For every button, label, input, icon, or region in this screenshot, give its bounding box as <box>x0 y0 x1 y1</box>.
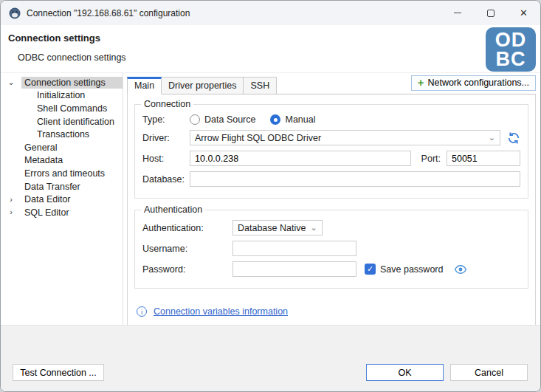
chevron-down-icon: ⌄ <box>489 134 495 142</box>
main-tab-content: Connection Type: Data SourceManual Drive… <box>127 94 536 351</box>
eye-icon <box>454 264 467 275</box>
window-controls: ✕ <box>441 1 540 25</box>
connection-configuration-dialog: Connection "192.168.68.61" configuration… <box>0 0 541 392</box>
app-icon <box>9 7 21 19</box>
reload-drivers-button[interactable] <box>507 131 520 145</box>
tab-main[interactable]: Main <box>127 77 162 94</box>
port-label: Port: <box>421 154 441 164</box>
connection-variables-row: i Connection variables information <box>137 306 528 317</box>
settings-tree: ⌄Connection settingsInitializationShell … <box>1 73 123 325</box>
dialog-header: Connection settings ODBC connection sett… <box>1 25 540 73</box>
sidebar-item-label: General <box>21 142 60 154</box>
network-configurations-label: Network configurations... <box>427 78 529 88</box>
sidebar-item-initialization[interactable]: Initialization <box>1 89 123 103</box>
sidebar-item-transactions[interactable]: Transactions <box>1 128 123 141</box>
sidebar-item-connection-settings[interactable]: ⌄Connection settings <box>1 76 123 89</box>
sidebar-item-label: Errors and timeouts <box>21 168 108 179</box>
show-password-button[interactable] <box>454 264 467 275</box>
tab-ssh[interactable]: SSH <box>243 77 277 94</box>
host-row: Host: Port: <box>142 151 520 166</box>
password-row: Password: ✓ Save password <box>142 261 520 277</box>
username-input[interactable] <box>232 241 356 256</box>
driver-row: Driver: Arrow Flight SQL ODBC Driver ⌄ <box>142 130 520 145</box>
maximize-icon <box>487 10 495 17</box>
password-label: Password: <box>142 264 232 275</box>
sidebar-item-label: Metadata <box>21 154 66 166</box>
odbc-logo: OD BC <box>486 27 536 72</box>
minimize-icon <box>454 13 461 13</box>
sidebar-item-label: Data Transfer <box>21 181 83 193</box>
minimize-button[interactable] <box>441 1 474 25</box>
authentication-group: Authentication Authentication: Database … <box>134 204 528 289</box>
sidebar-item-general[interactable]: General <box>1 141 123 154</box>
driver-select-value: Arrow Flight SQL ODBC Driver <box>195 133 484 143</box>
password-input[interactable] <box>232 261 356 277</box>
database-input[interactable] <box>190 171 520 187</box>
refresh-icon <box>507 131 520 145</box>
radio-icon <box>190 114 200 125</box>
save-password-label: Save password <box>380 264 443 275</box>
radio-label: Manual <box>285 114 315 125</box>
odbc-logo-line1: OD <box>486 30 536 49</box>
driver-label: Driver: <box>142 133 190 143</box>
info-icon: i <box>137 306 147 317</box>
window-title: Connection "192.168.68.61" configuration <box>27 8 190 18</box>
cancel-button[interactable]: Cancel <box>450 364 528 381</box>
main-panel: MainDriver propertiesSSH + Network confi… <box>123 73 540 325</box>
radio-icon <box>270 114 280 125</box>
authentication-select[interactable]: Database Native ⌄ <box>232 220 323 235</box>
titlebar: Connection "192.168.68.61" configuration… <box>1 1 540 25</box>
chevron-down-icon[interactable]: ⌄ <box>1 78 21 86</box>
type-option-manual[interactable]: Manual <box>270 114 315 125</box>
type-row: Type: Data SourceManual <box>142 114 520 125</box>
type-label: Type: <box>142 114 190 125</box>
authentication-group-legend: Authentication <box>141 204 205 215</box>
sidebar-item-label: Connection settings <box>21 77 123 89</box>
save-password-checkbox[interactable]: ✓ <box>365 264 376 275</box>
sidebar-item-label: Transactions <box>34 128 92 140</box>
radio-label: Data Source <box>204 114 255 125</box>
username-label: Username: <box>142 244 232 254</box>
dialog-body: ⌄Connection settingsInitializationShell … <box>1 73 540 325</box>
username-row: Username: <box>142 241 520 256</box>
sidebar-item-data-transfer[interactable]: Data Transfer <box>1 180 123 193</box>
sidebar-item-label: Initialization <box>34 89 88 101</box>
close-icon: ✕ <box>520 8 528 18</box>
host-input[interactable] <box>190 151 411 166</box>
sidebar-item-errors-and-timeouts[interactable]: Errors and timeouts <box>1 167 123 180</box>
sidebar-item-label: Data Editor <box>21 193 74 205</box>
maximize-button[interactable] <box>474 1 507 25</box>
port-input[interactable] <box>447 151 520 166</box>
authentication-label: Authentication: <box>142 223 232 233</box>
dialog-footer: Test Connection ... OK Cancel <box>1 325 540 391</box>
authentication-row: Authentication: Database Native ⌄ <box>142 220 520 235</box>
sidebar-item-metadata[interactable]: Metadata <box>1 154 123 168</box>
tab-driver-properties[interactable]: Driver properties <box>161 77 244 94</box>
sidebar-item-label: Shell Commands <box>34 103 110 114</box>
page-subtitle: ODBC connection settings <box>18 52 540 63</box>
sidebar-item-shell-commands[interactable]: Shell Commands <box>1 102 123 115</box>
sidebar-item-sql-editor[interactable]: ›SQL Editor <box>1 206 123 219</box>
chevron-right-icon[interactable]: › <box>1 196 21 204</box>
test-connection-button[interactable]: Test Connection ... <box>13 364 104 381</box>
check-icon: ✓ <box>367 265 373 273</box>
connection-variables-link[interactable]: Connection variables information <box>154 306 288 317</box>
ok-button[interactable]: OK <box>366 364 444 381</box>
type-option-data-source[interactable]: Data Source <box>190 114 255 125</box>
tabs: MainDriver propertiesSSH <box>127 77 276 94</box>
odbc-logo-line2: BC <box>486 49 536 69</box>
sidebar-item-data-editor[interactable]: ›Data Editor <box>1 193 123 206</box>
sidebar-item-client-identification[interactable]: Client identification <box>1 115 123 128</box>
page-title: Connection settings <box>8 32 540 44</box>
connection-group-legend: Connection <box>141 99 193 109</box>
network-configurations-button[interactable]: + Network configurations... <box>411 75 536 91</box>
sidebar-item-label: Client identification <box>34 116 117 128</box>
host-label: Host: <box>142 154 190 164</box>
type-radio-group: Data SourceManual <box>190 114 330 125</box>
chevron-right-icon[interactable]: › <box>1 208 21 216</box>
driver-select[interactable]: Arrow Flight SQL ODBC Driver ⌄ <box>190 130 500 145</box>
close-button[interactable]: ✕ <box>507 1 540 25</box>
authentication-select-value: Database Native <box>238 223 306 233</box>
database-label: Database: <box>142 174 190 185</box>
chevron-down-icon: ⌄ <box>310 224 317 232</box>
